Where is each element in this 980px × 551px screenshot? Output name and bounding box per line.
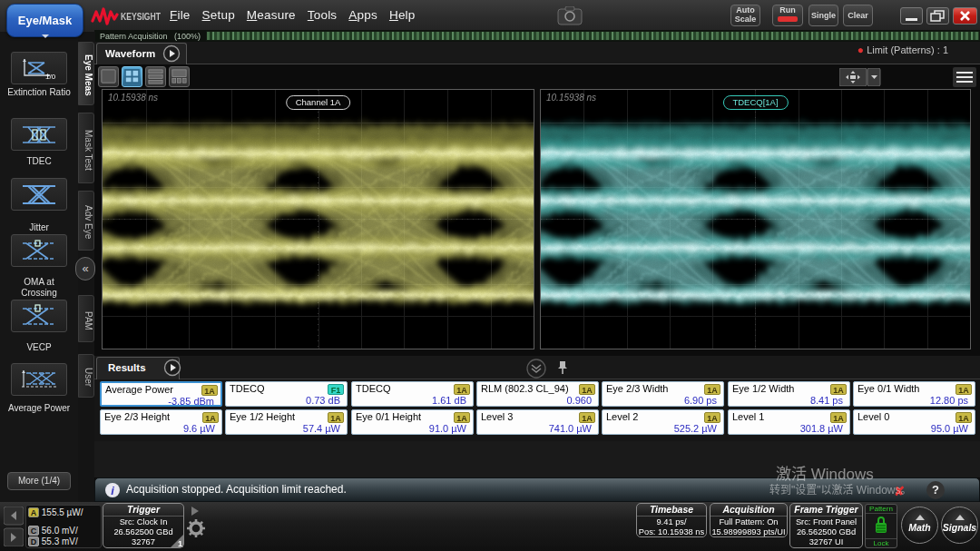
svg-text:1/0: 1/0 bbox=[45, 73, 56, 81]
svg-text:KEYSIGHT: KEYSIGHT bbox=[121, 11, 161, 22]
svg-text:i: i bbox=[111, 484, 114, 497]
